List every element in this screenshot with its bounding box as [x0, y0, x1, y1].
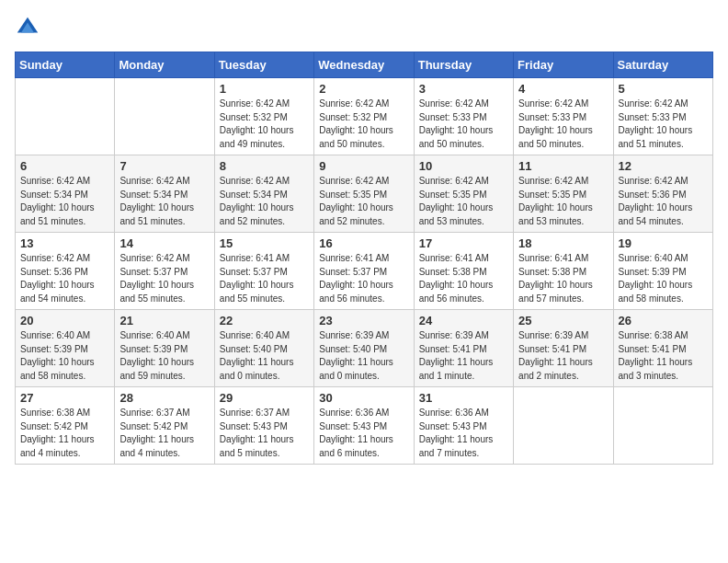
- calendar-week-row: 20Sunrise: 6:40 AM Sunset: 5:39 PM Dayli…: [16, 310, 713, 387]
- day-info: Sunrise: 6:42 AM Sunset: 5:33 PM Dayligh…: [518, 98, 608, 151]
- calendar-table: SundayMondayTuesdayWednesdayThursdayFrid…: [15, 52, 713, 465]
- day-info: Sunrise: 6:39 AM Sunset: 5:40 PM Dayligh…: [319, 329, 408, 383]
- day-number: 15: [220, 236, 309, 250]
- weekday-header: Wednesday: [314, 52, 414, 78]
- day-info: Sunrise: 6:42 AM Sunset: 5:32 PM Dayligh…: [319, 98, 408, 151]
- day-info: Sunrise: 6:40 AM Sunset: 5:39 PM Dayligh…: [619, 252, 708, 305]
- calendar-cell: 29Sunrise: 6:37 AM Sunset: 5:43 PM Dayli…: [214, 387, 313, 465]
- day-number: 20: [20, 314, 109, 327]
- weekday-header: Monday: [115, 52, 214, 78]
- day-info: Sunrise: 6:41 AM Sunset: 5:38 PM Dayligh…: [518, 252, 608, 305]
- weekday-header: Friday: [514, 52, 613, 78]
- calendar-cell: [16, 78, 115, 155]
- calendar-cell: 24Sunrise: 6:39 AM Sunset: 5:41 PM Dayli…: [414, 310, 513, 387]
- day-info: Sunrise: 6:41 AM Sunset: 5:37 PM Dayligh…: [220, 252, 309, 305]
- day-info: Sunrise: 6:40 AM Sunset: 5:40 PM Dayligh…: [220, 329, 309, 383]
- calendar-week-row: 27Sunrise: 6:38 AM Sunset: 5:42 PM Dayli…: [16, 387, 713, 465]
- calendar-cell: 19Sunrise: 6:40 AM Sunset: 5:39 PM Dayli…: [613, 233, 712, 310]
- day-info: Sunrise: 6:42 AM Sunset: 5:37 PM Dayligh…: [119, 252, 209, 305]
- calendar-cell: 18Sunrise: 6:41 AM Sunset: 5:38 PM Dayli…: [514, 233, 613, 310]
- day-info: Sunrise: 6:40 AM Sunset: 5:39 PM Dayligh…: [119, 329, 209, 383]
- logo-icon: [15, 15, 40, 40]
- calendar-cell: [514, 387, 613, 465]
- day-info: Sunrise: 6:42 AM Sunset: 5:35 PM Dayligh…: [419, 175, 508, 228]
- day-number: 21: [119, 314, 209, 327]
- day-number: 28: [119, 391, 209, 405]
- calendar-cell: 3Sunrise: 6:42 AM Sunset: 5:33 PM Daylig…: [414, 78, 513, 155]
- day-number: 16: [319, 236, 408, 250]
- calendar-week-row: 6Sunrise: 6:42 AM Sunset: 5:34 PM Daylig…: [16, 155, 713, 233]
- day-info: Sunrise: 6:41 AM Sunset: 5:37 PM Dayligh…: [319, 252, 408, 305]
- calendar-cell: [613, 387, 712, 465]
- day-number: 2: [319, 82, 408, 96]
- day-number: 24: [419, 314, 508, 327]
- day-info: Sunrise: 6:42 AM Sunset: 5:33 PM Dayligh…: [419, 98, 508, 151]
- calendar-cell: 23Sunrise: 6:39 AM Sunset: 5:40 PM Dayli…: [314, 310, 414, 387]
- calendar-cell: 25Sunrise: 6:39 AM Sunset: 5:41 PM Dayli…: [514, 310, 613, 387]
- day-number: 18: [518, 236, 608, 250]
- calendar-cell: 14Sunrise: 6:42 AM Sunset: 5:37 PM Dayli…: [115, 233, 214, 310]
- day-info: Sunrise: 6:42 AM Sunset: 5:33 PM Dayligh…: [619, 98, 708, 151]
- day-number: 29: [220, 391, 309, 405]
- day-info: Sunrise: 6:36 AM Sunset: 5:43 PM Dayligh…: [419, 407, 508, 460]
- calendar-cell: 2Sunrise: 6:42 AM Sunset: 5:32 PM Daylig…: [314, 78, 414, 155]
- day-info: Sunrise: 6:39 AM Sunset: 5:41 PM Dayligh…: [419, 329, 508, 383]
- day-info: Sunrise: 6:42 AM Sunset: 5:32 PM Dayligh…: [220, 98, 309, 151]
- day-info: Sunrise: 6:38 AM Sunset: 5:41 PM Dayligh…: [619, 329, 708, 383]
- day-number: 7: [119, 159, 209, 173]
- day-number: 12: [619, 159, 708, 173]
- calendar-cell: 9Sunrise: 6:42 AM Sunset: 5:35 PM Daylig…: [314, 155, 414, 233]
- day-info: Sunrise: 6:42 AM Sunset: 5:34 PM Dayligh…: [119, 175, 209, 228]
- calendar-cell: 17Sunrise: 6:41 AM Sunset: 5:38 PM Dayli…: [414, 233, 513, 310]
- day-number: 3: [419, 82, 508, 96]
- day-info: Sunrise: 6:42 AM Sunset: 5:34 PM Dayligh…: [20, 175, 109, 228]
- calendar-cell: 27Sunrise: 6:38 AM Sunset: 5:42 PM Dayli…: [16, 387, 115, 465]
- day-number: 11: [518, 159, 608, 173]
- day-number: 8: [220, 159, 309, 173]
- calendar-cell: 7Sunrise: 6:42 AM Sunset: 5:34 PM Daylig…: [115, 155, 214, 233]
- calendar-cell: 31Sunrise: 6:36 AM Sunset: 5:43 PM Dayli…: [414, 387, 513, 465]
- calendar-cell: 26Sunrise: 6:38 AM Sunset: 5:41 PM Dayli…: [613, 310, 712, 387]
- day-number: 17: [419, 236, 508, 250]
- day-info: Sunrise: 6:38 AM Sunset: 5:42 PM Dayligh…: [20, 407, 109, 460]
- calendar-cell: 10Sunrise: 6:42 AM Sunset: 5:35 PM Dayli…: [414, 155, 513, 233]
- day-info: Sunrise: 6:40 AM Sunset: 5:39 PM Dayligh…: [20, 329, 109, 383]
- logo: [15, 15, 44, 40]
- day-number: 19: [619, 236, 708, 250]
- weekday-header-row: SundayMondayTuesdayWednesdayThursdayFrid…: [16, 52, 713, 78]
- calendar-week-row: 13Sunrise: 6:42 AM Sunset: 5:36 PM Dayli…: [16, 233, 713, 310]
- calendar-cell: 1Sunrise: 6:42 AM Sunset: 5:32 PM Daylig…: [214, 78, 313, 155]
- page-header: [15, 15, 713, 40]
- day-info: Sunrise: 6:41 AM Sunset: 5:38 PM Dayligh…: [419, 252, 508, 305]
- weekday-header: Sunday: [16, 52, 115, 78]
- day-number: 23: [319, 314, 408, 327]
- weekday-header: Thursday: [414, 52, 513, 78]
- weekday-header: Tuesday: [214, 52, 313, 78]
- day-info: Sunrise: 6:42 AM Sunset: 5:35 PM Dayligh…: [319, 175, 408, 228]
- calendar-cell: 21Sunrise: 6:40 AM Sunset: 5:39 PM Dayli…: [115, 310, 214, 387]
- day-info: Sunrise: 6:36 AM Sunset: 5:43 PM Dayligh…: [319, 407, 408, 460]
- calendar-cell: 30Sunrise: 6:36 AM Sunset: 5:43 PM Dayli…: [314, 387, 414, 465]
- calendar-cell: 16Sunrise: 6:41 AM Sunset: 5:37 PM Dayli…: [314, 233, 414, 310]
- day-info: Sunrise: 6:42 AM Sunset: 5:34 PM Dayligh…: [220, 175, 309, 228]
- day-number: 9: [319, 159, 408, 173]
- day-number: 10: [419, 159, 508, 173]
- day-number: 1: [220, 82, 309, 96]
- day-info: Sunrise: 6:39 AM Sunset: 5:41 PM Dayligh…: [518, 329, 608, 383]
- day-number: 27: [20, 391, 109, 405]
- calendar-cell: 8Sunrise: 6:42 AM Sunset: 5:34 PM Daylig…: [214, 155, 313, 233]
- day-number: 13: [20, 236, 109, 250]
- day-number: 6: [20, 159, 109, 173]
- day-info: Sunrise: 6:42 AM Sunset: 5:36 PM Dayligh…: [20, 252, 109, 305]
- day-number: 22: [220, 314, 309, 327]
- day-number: 5: [619, 82, 708, 96]
- day-info: Sunrise: 6:37 AM Sunset: 5:43 PM Dayligh…: [220, 407, 309, 460]
- day-number: 4: [518, 82, 608, 96]
- calendar-cell: [115, 78, 214, 155]
- weekday-header: Saturday: [613, 52, 712, 78]
- calendar-cell: 5Sunrise: 6:42 AM Sunset: 5:33 PM Daylig…: [613, 78, 712, 155]
- day-number: 30: [319, 391, 408, 405]
- calendar-cell: 20Sunrise: 6:40 AM Sunset: 5:39 PM Dayli…: [16, 310, 115, 387]
- calendar-cell: 13Sunrise: 6:42 AM Sunset: 5:36 PM Dayli…: [16, 233, 115, 310]
- day-info: Sunrise: 6:42 AM Sunset: 5:35 PM Dayligh…: [518, 175, 608, 228]
